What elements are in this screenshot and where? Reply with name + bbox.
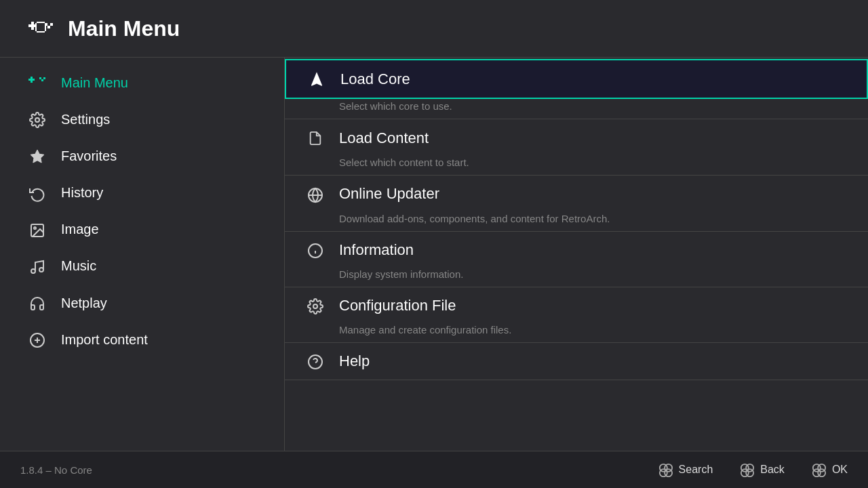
load-content-icon	[305, 129, 326, 147]
menu-item-row-load-content[interactable]: Load Content	[285, 119, 868, 157]
sidebar-item-label-history: History	[61, 185, 103, 201]
history-icon	[27, 184, 47, 201]
online-updater-label: Online Updater	[339, 185, 439, 203]
search-button-label: Search	[679, 464, 713, 476]
svg-rect-1	[31, 22, 34, 24]
svg-rect-17	[39, 77, 41, 79]
app-icon	[27, 16, 54, 41]
svg-rect-6	[47, 26, 50, 28]
svg-point-34	[313, 304, 317, 308]
menu-item-online-updater[interactable]: Online Updater Download add-ons, compone…	[285, 176, 868, 231]
svg-point-48	[818, 469, 825, 476]
sidebar-item-history[interactable]: History	[0, 174, 284, 211]
music-icon	[27, 258, 47, 275]
load-core-icon	[307, 70, 327, 88]
back-control[interactable]: Back	[740, 461, 785, 479]
sidebar-item-label-main-menu: Main Menu	[61, 75, 128, 91]
svg-point-25	[39, 268, 43, 272]
settings-icon	[27, 110, 47, 128]
menu-item-row-help[interactable]: Help	[285, 343, 868, 380]
menu-item-help[interactable]: Help	[285, 343, 868, 380]
netplay-icon	[27, 294, 47, 312]
sidebar-item-main-menu[interactable]: Main Menu	[0, 64, 284, 101]
search-button-icon	[658, 461, 673, 479]
load-core-label: Load Core	[340, 70, 410, 88]
load-core-desc: Select which core to use.	[285, 100, 868, 119]
content-area: Load Core Select which core to use. Load…	[285, 58, 868, 451]
information-label: Information	[339, 241, 414, 259]
online-updater-desc: Download add-ons, components, and conten…	[285, 213, 868, 231]
footer: 1.8.4 – No Core Search	[0, 451, 868, 488]
online-updater-icon	[305, 185, 326, 203]
svg-rect-8	[37, 22, 45, 23]
back-button-label: Back	[760, 464, 785, 476]
sidebar-item-import-content[interactable]: Import content	[0, 321, 284, 358]
search-control[interactable]: Search	[658, 461, 713, 479]
sidebar: Main Menu Settings Favorites	[0, 58, 285, 451]
menu-item-load-content[interactable]: Load Content Select which content to sta…	[285, 119, 868, 176]
ok-button-label: OK	[832, 464, 848, 476]
sidebar-item-label-netplay: Netplay	[61, 296, 107, 311]
configuration-file-label: Configuration File	[339, 297, 456, 314]
main-menu-icon	[27, 74, 47, 92]
svg-rect-0	[28, 24, 31, 27]
menu-item-row-configuration-file[interactable]: Configuration File	[285, 287, 868, 324]
menu-item-information[interactable]: Information Display system information.	[285, 232, 868, 287]
sidebar-item-label-image: Image	[61, 222, 99, 237]
import-content-icon	[27, 331, 47, 348]
sidebar-item-favorites[interactable]: Favorites	[0, 138, 284, 174]
menu-item-configuration-file[interactable]: Configuration File Manage and create con…	[285, 287, 868, 343]
svg-rect-7	[50, 23, 53, 26]
svg-rect-13	[31, 77, 33, 79]
ok-button-icon	[812, 461, 827, 479]
svg-rect-3	[31, 27, 34, 30]
svg-marker-21	[31, 150, 44, 163]
load-content-label: Load Content	[339, 129, 429, 147]
svg-point-24	[31, 269, 35, 273]
menu-item-row-information[interactable]: Information	[285, 232, 868, 268]
sidebar-item-label-import-content: Import content	[61, 332, 148, 348]
svg-point-23	[34, 227, 36, 229]
information-desc: Display system information.	[285, 268, 868, 287]
sidebar-item-label-favorites: Favorites	[61, 148, 117, 164]
sidebar-item-netplay[interactable]: Netplay	[0, 285, 284, 321]
svg-rect-15	[31, 81, 33, 83]
menu-item-load-core[interactable]: Load Core Select which core to use.	[285, 59, 868, 119]
ok-control[interactable]: OK	[812, 461, 848, 479]
svg-rect-12	[28, 79, 31, 81]
sidebar-item-label-music: Music	[61, 258, 96, 274]
sidebar-item-settings[interactable]: Settings	[0, 101, 284, 138]
favorites-icon	[27, 147, 47, 165]
svg-rect-2	[31, 24, 34, 27]
header: Main Menu	[0, 0, 868, 58]
main-layout: Main Menu Settings Favorites	[0, 58, 868, 451]
sidebar-item-image[interactable]: Image	[0, 211, 284, 248]
svg-rect-19	[43, 77, 45, 79]
sidebar-item-music[interactable]: Music	[0, 248, 284, 285]
configuration-file-icon	[305, 297, 326, 314]
image-icon	[27, 221, 47, 239]
footer-controls: Search Back OK	[658, 461, 848, 479]
svg-rect-14	[31, 79, 33, 81]
configuration-file-desc: Manage and create configuration files.	[285, 324, 868, 342]
svg-rect-9	[37, 31, 45, 33]
menu-item-row-load-core[interactable]: Load Core	[285, 59, 868, 99]
svg-rect-18	[41, 79, 43, 81]
svg-rect-11	[45, 23, 46, 31]
help-icon	[305, 352, 326, 370]
svg-rect-10	[35, 23, 37, 31]
back-button-icon	[740, 461, 755, 479]
page-title: Main Menu	[68, 16, 180, 41]
svg-rect-16	[33, 79, 35, 81]
svg-point-20	[35, 118, 39, 122]
help-label: Help	[339, 352, 370, 370]
sidebar-item-label-settings: Settings	[61, 112, 110, 127]
menu-item-row-online-updater[interactable]: Online Updater	[285, 176, 868, 212]
svg-point-44	[746, 469, 753, 476]
version-text: 1.8.4 – No Core	[20, 464, 92, 476]
load-content-desc: Select which content to start.	[285, 157, 868, 175]
information-icon	[305, 241, 326, 259]
svg-point-40	[665, 469, 672, 476]
